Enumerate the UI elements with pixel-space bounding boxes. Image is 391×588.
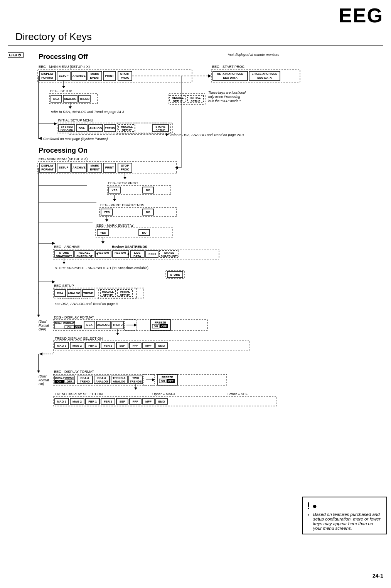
svg-marker-26 [62, 86, 65, 88]
svg-text:ANALOG: ANALOG [97, 323, 110, 327]
svg-text:PPF: PPF [133, 400, 138, 403]
svg-text:REVIEW: REVIEW [98, 251, 110, 254]
svg-text:EEG DATA: EEG DATA [223, 76, 238, 79]
svg-text:EEG DATA: EEG DATA [257, 76, 272, 79]
svg-text:DSA &: DSA & [97, 376, 106, 380]
svg-text:PROC: PROC [121, 168, 129, 171]
svg-text:RECALL: RECALL [79, 251, 91, 254]
svg-text:OFF): OFF) [39, 327, 46, 331]
svg-text:OFF: OFF [75, 326, 81, 329]
eeg-side-tab: E E G [8, 52, 24, 58]
svg-text:SETUP: SETUP [190, 99, 200, 103]
svg-text:MARK: MARK [91, 164, 99, 167]
svg-text:TWO: TWO [132, 376, 139, 380]
svg-text:EVENT: EVENT [90, 76, 99, 79]
svg-text:DATA: DATA [133, 254, 141, 258]
svg-text:EEG- STOP PROC: EEG- STOP PROC [108, 181, 138, 185]
main-content: E E G Processing Off *not displayed at r… [0, 49, 391, 581]
svg-text:STORE: STORE [59, 251, 69, 254]
svg-text:INITIAL SETUP MENU: INITIAL SETUP MENU [58, 118, 93, 122]
svg-text:EEG - DISPLAY FORMAT: EEG - DISPLAY FORMAT [54, 315, 94, 319]
svg-marker-91 [123, 177, 126, 179]
svg-marker-119 [101, 241, 104, 244]
svg-text:INITIAL: INITIAL [120, 290, 130, 293]
svg-text:SEF: SEF [120, 400, 125, 403]
svg-text:SETUP: SETUP [59, 74, 68, 78]
svg-text:DISPLAY: DISPLAY [41, 164, 54, 167]
svg-text:These keys are functional: These keys are functional [208, 91, 246, 94]
svg-text:(Dual: (Dual [39, 374, 47, 378]
svg-text:SETUP: SETUP [122, 128, 131, 132]
page-container: EEG Directory of Keys E E G Processing O… [0, 0, 391, 581]
svg-text:SETUP: SETUP [155, 128, 165, 132]
dot-icon: ● [312, 502, 317, 510]
svg-text:RETAIN ARCHIVED: RETAIN ARCHIVED [217, 72, 244, 76]
svg-text:RECALL: RECALL [102, 290, 114, 293]
svg-text:Format: Format [39, 323, 49, 327]
svg-text:MPF: MPF [145, 400, 152, 403]
svg-text:TREND: TREND [79, 97, 89, 101]
svg-text:is in the "OFF" mode *: is in the "OFF" mode * [208, 99, 241, 103]
svg-marker-131 [96, 253, 98, 256]
svg-marker-134 [127, 253, 129, 256]
svg-text:OFF: OFF [67, 380, 72, 383]
section-title: Directory of Keys [8, 27, 383, 45]
svg-text:Continued on next page (System: Continued on next page (System Params) [43, 137, 108, 141]
svg-text:ON: ON [67, 326, 72, 329]
svg-text:ANALOG: ANALOG [89, 126, 102, 130]
svg-marker-171 [37, 315, 40, 317]
svg-text:FREEZE: FREEZE [155, 321, 166, 324]
svg-text:refer to DSA, ANALOG and Trend: refer to DSA, ANALOG and Trend on page 2… [51, 110, 124, 114]
svg-text:ANALOG: ANALOG [96, 380, 108, 383]
svg-text:NO: NO [142, 231, 146, 234]
svg-marker-144 [62, 262, 66, 264]
svg-text:EEG - DISPLAY FORMAT: EEG - DISPLAY FORMAT [54, 370, 94, 374]
svg-text:DSA: DSA [86, 323, 93, 327]
svg-marker-191 [134, 323, 137, 327]
svg-text:MAG 2: MAG 2 [72, 400, 82, 403]
not-displayed-note: *not displayed at remote monitors [228, 53, 280, 57]
svg-text:ANALOG: ANALOG [64, 97, 77, 101]
page-header: EEG [0, 0, 391, 27]
svg-text:EMG: EMG [158, 400, 165, 403]
svg-text:TREND: TREND [105, 126, 115, 130]
svg-text:ANALOG: ANALOG [68, 291, 81, 295]
svg-text:TREND DISPLAY SELECTION: TREND DISPLAY SELECTION [55, 337, 103, 340]
svg-marker-199 [116, 333, 119, 335]
svg-marker-220 [39, 352, 42, 355]
svg-marker-99 [113, 199, 116, 201]
setup-label: EEG - SETUP [50, 89, 72, 93]
svg-text:STORE: STORE [155, 125, 165, 128]
main-menu-label: EEG - MAIN MENU (SETUP # X) [39, 65, 90, 69]
svg-text:PROC: PROC [121, 76, 129, 79]
svg-text:DISPLAY: DISPLAY [41, 72, 54, 76]
svg-text:see DSA, ANALOG and Trend on p: see DSA, ANALOG and Trend on page 3 [55, 302, 118, 306]
svg-text:REVIEW: REVIEW [115, 251, 126, 254]
svg-text:STORE: STORE [170, 273, 180, 276]
svg-text:DSA: DSA [53, 97, 59, 101]
svg-text:EEG SETUP: EEG SETUP [54, 284, 74, 288]
svg-marker-256 [134, 388, 137, 390]
svg-text:NO: NO [146, 189, 150, 192]
svg-text:LIVE: LIVE [134, 251, 141, 254]
svg-text:SEF: SEF [120, 344, 125, 347]
svg-text:(Dual: (Dual [39, 320, 47, 323]
svg-text:PARAMS: PARAMS [61, 128, 73, 131]
svg-text:ERASE ARCHIVED: ERASE ARCHIVED [252, 72, 278, 76]
svg-marker-71 [39, 137, 42, 140]
svg-text:DSA: DSA [57, 291, 63, 295]
processing-off-heading: Processing Off [39, 53, 88, 61]
svg-text:RECALL: RECALL [172, 96, 184, 99]
svg-text:On): On) [39, 382, 44, 386]
svg-text:Upper = MAG1: Upper = MAG1 [152, 392, 175, 396]
svg-marker-35 [69, 106, 72, 109]
svg-text:YES: YES [100, 231, 106, 234]
eeg-title: EEG [339, 4, 383, 27]
svg-text:MAG 1: MAG 1 [57, 400, 66, 403]
svg-text:FORMAT: FORMAT [41, 76, 54, 79]
svg-text:TREND: TREND [83, 291, 93, 295]
svg-marker-69 [166, 133, 169, 136]
svg-text:SNAPSHOT: SNAPSHOT [56, 254, 72, 258]
svg-marker-222 [37, 371, 40, 373]
svg-text:MAG 2: MAG 2 [72, 344, 82, 347]
